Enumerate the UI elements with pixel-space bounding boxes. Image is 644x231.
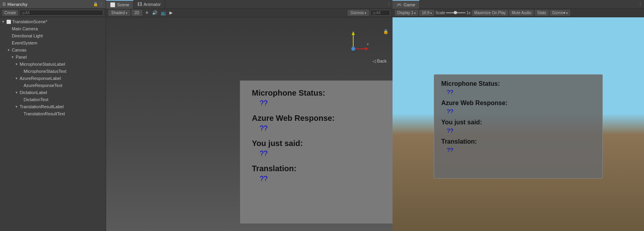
scene-root-item[interactable]: ▼ ⬜ TranslationScene* xyxy=(0,18,106,25)
game-you-said-value: ?? xyxy=(447,127,595,133)
center-area: ⬜ Scene 🎞 Animator ⋮ Shaded 2D ☀ 🔊 📺 ▶ G… xyxy=(106,0,393,231)
camera-icon[interactable]: ▶ xyxy=(168,10,174,16)
scale-slider[interactable] xyxy=(446,12,466,13)
game-toolbar: Display 1 16:9 Scale 1x Maximize On Play… xyxy=(393,9,644,17)
tab-game[interactable]: 🎮 Game xyxy=(393,0,420,9)
create-button[interactable]: Create xyxy=(2,10,18,16)
dictation-text-tree: DictationText xyxy=(24,97,48,102)
game-azure-label: Azure Web Response: xyxy=(441,99,595,106)
scene-canvas-ui: ✦ ⛅ Microphone Status: ?? Azure Web Resp… xyxy=(240,80,393,224)
hierarchy-item-translation-text[interactable]: TranslationResultText xyxy=(0,110,106,117)
scene-azure-label: Azure Web Response: xyxy=(252,114,393,123)
animator-tab-icon: 🎞 xyxy=(138,2,142,7)
translation-label-tree: TranslationResultLabel xyxy=(20,104,64,109)
game-viewport: Microphone Status: ?? Azure Web Response… xyxy=(393,17,644,231)
game-translation-value: ?? xyxy=(447,146,595,153)
canvas-arrow: ▼ xyxy=(7,48,11,52)
aspect-dropdown[interactable]: 16:9 xyxy=(419,10,434,16)
scene-viewport[interactable]: × ◁ Back 🔒 ✦ ⛅ Microphone Status: ?? Azu… xyxy=(106,17,393,231)
display-dropdown[interactable]: Display 1 xyxy=(395,10,418,16)
back-button[interactable]: ◁ Back xyxy=(372,59,387,64)
mute-audio-button[interactable]: Mute Audio xyxy=(509,10,534,16)
animator-tab-label: Animator xyxy=(143,2,161,7)
scene-lock-icon: 🔒 xyxy=(383,29,389,34)
svg-text:×: × xyxy=(367,42,369,46)
panel-label: Panel xyxy=(16,55,27,59)
effects-icon[interactable]: 📺 xyxy=(160,10,167,16)
hierarchy-search-input[interactable] xyxy=(20,10,103,16)
scale-slider-thumb xyxy=(454,11,457,14)
stats-button[interactable]: Stats xyxy=(535,10,549,16)
svg-marker-3 xyxy=(365,47,369,50)
audio-icon[interactable]: 🔊 xyxy=(151,10,159,16)
directional-light-label: Directional Light xyxy=(12,33,43,38)
translation-arrow: ▼ xyxy=(15,105,19,109)
scene-azure-value: ?? xyxy=(260,124,393,133)
game-tab-row: 🎮 Game ⋮ xyxy=(393,0,644,9)
scene-tab-icon: ⬜ xyxy=(110,2,116,7)
hierarchy-item-azure-text[interactable]: AzureResponseText xyxy=(0,82,106,89)
scene-tab-row: ⬜ Scene 🎞 Animator ⋮ xyxy=(106,0,393,9)
scene-you-said-label: You just said: xyxy=(252,139,393,148)
hierarchy-list: ▼ ⬜ TranslationScene* Main Camera Direct… xyxy=(0,17,106,231)
hierarchy-item-translation-label[interactable]: ▼ TranslationResultLabel xyxy=(0,103,106,110)
gizmos-search[interactable] xyxy=(371,10,390,16)
scene-translation-value: ?? xyxy=(260,175,393,183)
mode-2d-button[interactable]: 2D xyxy=(132,10,142,16)
event-system-label: EventSystem xyxy=(12,41,37,45)
hierarchy-lock-icon: 🔒 xyxy=(93,2,98,6)
hierarchy-item-directional-light[interactable]: Directional Light xyxy=(0,32,106,39)
hierarchy-item-mic-status-text[interactable]: MicrophoneStatusText xyxy=(0,68,106,75)
hierarchy-item-mic-status-label[interactable]: ▼ MicrophoneStatusLabel xyxy=(0,61,106,68)
azure-text-tree: AzureResponseText xyxy=(24,83,62,88)
shading-mode-dropdown[interactable]: Shaded xyxy=(108,10,130,16)
translation-text-tree: TranslationResultText xyxy=(24,111,65,116)
canvas-label-tree: Canvas xyxy=(12,48,26,52)
scene-toolbar: Shaded 2D ☀ 🔊 📺 ▶ Gizmos xyxy=(106,9,393,17)
game-canvas-ui: Microphone Status: ?? Azure Web Response… xyxy=(434,74,603,178)
scene-tab-label: Scene xyxy=(117,2,129,7)
scale-area: Scale 1x xyxy=(435,11,471,15)
hierarchy-item-dictation-label[interactable]: ▼ DictationLabel xyxy=(0,89,106,96)
scale-label: Scale xyxy=(435,11,445,15)
gizmos-button[interactable]: Gizmos xyxy=(348,10,369,16)
game-panel: 🎮 Game ⋮ Display 1 16:9 Scale 1x Maximiz… xyxy=(393,0,644,231)
scene-panel-menu[interactable]: ⋮ xyxy=(387,2,391,7)
hierarchy-item-azure-label[interactable]: ▼ AzureResponseLabel xyxy=(0,75,106,82)
lights-icon[interactable]: ☀ xyxy=(144,10,150,16)
main-camera-label: Main Camera xyxy=(12,26,38,31)
game-mic-status-value: ?? xyxy=(447,88,595,95)
scene-mic-status-value: ?? xyxy=(260,99,393,107)
tab-animator[interactable]: 🎞 Animator xyxy=(134,0,165,9)
svg-marker-1 xyxy=(352,31,355,35)
gizmos-game-button[interactable]: Gizmo▾ xyxy=(550,10,570,16)
hierarchy-item-canvas[interactable]: ▼ Canvas xyxy=(0,46,106,54)
hierarchy-item-panel[interactable]: ▼ Panel xyxy=(0,54,106,61)
hierarchy-item-dictation-text[interactable]: DictationText xyxy=(0,96,106,103)
azure-label-tree: AzureResponseLabel xyxy=(20,76,61,81)
hierarchy-menu-icon[interactable]: ⋮ xyxy=(99,2,103,6)
scene-name: TranslationScene* xyxy=(12,19,47,24)
mic-arrow: ▼ xyxy=(15,63,19,66)
game-you-said-label: You just said: xyxy=(441,118,595,126)
svg-point-5 xyxy=(351,47,355,51)
hierarchy-header: ☰ Hierarchy 🔒 ⋮ xyxy=(0,0,106,9)
mic-status-text-tree: MicrophoneStatusText xyxy=(24,69,66,74)
scene-toolbar-icons: ☀ 🔊 📺 ▶ xyxy=(144,10,174,16)
game-mic-status-label: Microphone Status: xyxy=(441,80,595,87)
hierarchy-item-event-system[interactable]: EventSystem xyxy=(0,39,106,46)
hierarchy-icon: ☰ xyxy=(2,2,6,6)
hierarchy-item-main-camera[interactable]: Main Camera xyxy=(0,25,106,32)
scene-translation-label: Translation: xyxy=(252,164,393,173)
game-tab-label: Game xyxy=(404,2,415,7)
panel-arrow: ▼ xyxy=(11,55,15,59)
hierarchy-toolbar: Create xyxy=(0,9,106,17)
azure-arrow: ▼ xyxy=(15,77,19,80)
scene-icon: ⬜ xyxy=(6,20,11,24)
game-panel-menu[interactable]: ⋮ xyxy=(638,2,642,7)
transform-gizmo: × xyxy=(338,29,369,57)
game-azure-value: ?? xyxy=(447,107,595,114)
tab-scene[interactable]: ⬜ Scene xyxy=(106,0,134,9)
maximize-on-play-button[interactable]: Maximize On Play xyxy=(472,10,508,16)
scene-you-said-value: ?? xyxy=(260,150,393,158)
